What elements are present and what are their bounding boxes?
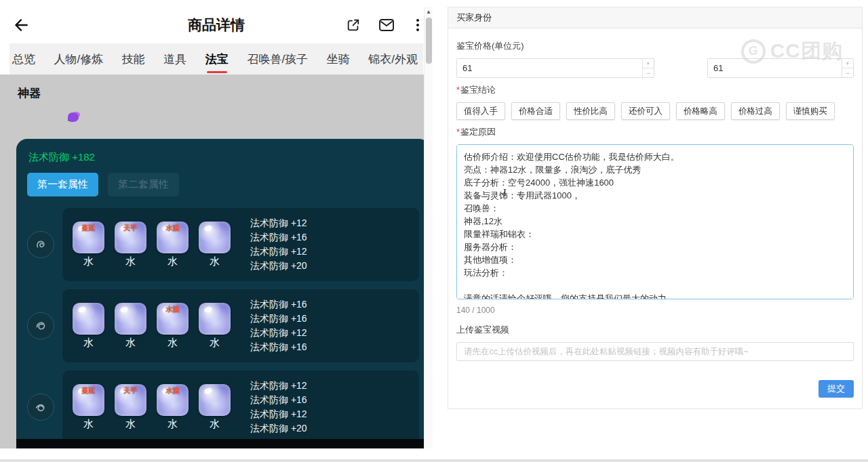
gem-icon: 蔓延 <box>73 384 104 416</box>
gem-row: 蔓延 水 天平 水 水溅 水 <box>27 208 419 281</box>
conclusion-price-fair[interactable]: 价格合适 <box>511 102 560 120</box>
conclusion-bargain-possible[interactable]: 还价可入 <box>621 102 670 120</box>
gem[interactable]: 水 <box>198 303 231 350</box>
conclusion-label: 鉴宝结论 <box>460 85 496 95</box>
gem-element-label: 水 <box>125 337 136 350</box>
conclusion-label-row: *鉴宝结论 <box>456 84 854 96</box>
stat-line: 法术防御 +16 <box>250 230 307 245</box>
screen: 商品详情 总览 人物/修炼 技能 道具 法宝 召唤兽/孩子 <box>0 0 868 462</box>
tab-fabao[interactable]: 法宝 <box>205 51 229 67</box>
back-arrow-icon[interactable] <box>9 14 33 37</box>
appraisal-form: 买家身份 鉴宝价格(单位元) + − + <box>448 7 863 409</box>
tab-attribute-set-1[interactable]: 第一套属性 <box>27 173 98 196</box>
more-options-icon[interactable] <box>412 18 423 33</box>
scrollbar[interactable]: ▲ <box>424 7 433 448</box>
gem-element-label: 水 <box>83 255 94 268</box>
app-header: 商品详情 <box>9 7 423 43</box>
stat-list: 法术防御 +16 法术防御 +16 法术防御 +12 法术防御 +16 <box>250 297 307 354</box>
form-body: 鉴宝价格(单位元) + − + − <box>448 28 862 408</box>
share-icon[interactable] <box>346 18 361 33</box>
stat-line: 法术防御 +12 <box>250 379 307 393</box>
artifact-total-stat: 法术防御 +182 <box>28 151 419 164</box>
submit-button[interactable]: 提交 <box>818 380 854 398</box>
price-input-low-wrap: + − <box>456 58 654 78</box>
gem[interactable]: 水 <box>72 303 105 350</box>
gem-row-card: 水 水 水溅 水 <box>62 289 419 362</box>
gem[interactable]: 蔓延 水 <box>72 384 105 431</box>
conclusion-options: 值得入手 价格合适 性价比高 还价可入 价格略高 价格过高 谨慎购买 <box>456 102 854 120</box>
price-low-spinner: + − <box>642 59 654 77</box>
gem-icon: 水溅 <box>157 222 189 253</box>
tab-summons[interactable]: 召唤兽/孩子 <box>247 51 308 67</box>
page-title: 商品详情 <box>188 16 245 35</box>
reason-textarea[interactable] <box>456 144 854 299</box>
tab-character[interactable]: 人物/修炼 <box>54 51 104 67</box>
gem-list: 蔓延 水 天平 水 水溅 水 <box>72 222 231 268</box>
price-input-low[interactable] <box>457 59 642 77</box>
gem[interactable]: 水 <box>114 303 147 350</box>
gem-tag: 水溅 <box>166 386 180 396</box>
conclusion-slightly-high[interactable]: 价格略高 <box>676 102 725 120</box>
price-input-high[interactable] <box>708 59 842 77</box>
gem-icon <box>115 303 146 335</box>
category-tab-bar: 总览 人物/修炼 技能 道具 法宝 召唤兽/孩子 坐骑 锦衣/外观 <box>9 43 423 75</box>
scroll-up-icon[interactable]: ▲ <box>425 7 433 16</box>
gem-element-label: 水 <box>210 255 220 268</box>
price-label: 鉴宝价格(单位元) <box>456 40 854 52</box>
tab-items[interactable]: 道具 <box>163 51 186 67</box>
price-high-spinner: + − <box>842 59 853 77</box>
spinner-down-icon[interactable]: − <box>643 68 654 77</box>
conclusion-worth-buying[interactable]: 值得入手 <box>456 102 505 120</box>
gem-tag: 蔓延 <box>82 224 96 233</box>
spinner-up-icon[interactable]: + <box>643 59 654 68</box>
spinner-down-icon[interactable]: − <box>842 68 853 77</box>
stat-list: 法术防御 +12 法术防御 +16 法术防御 +12 法术防御 +20 <box>250 379 307 436</box>
gem[interactable]: 水溅 水 <box>156 384 189 431</box>
gem-icon <box>199 303 231 335</box>
submit-row: 提交 <box>456 380 854 398</box>
stat-line: 法术防御 +12 <box>250 216 307 230</box>
gem[interactable]: 水溅 水 <box>156 303 189 350</box>
slot-icon <box>27 394 54 421</box>
product-detail-pane: 商品详情 总览 人物/修炼 技能 道具 法宝 召唤兽/孩子 <box>0 0 433 459</box>
tab-mounts[interactable]: 坐骑 <box>327 51 350 67</box>
gem[interactable]: 天平 水 <box>114 384 147 431</box>
attribute-set-tabs: 第一套属性 第二套属性 <box>27 173 419 196</box>
gem-icon: 天平 <box>115 222 146 253</box>
app-content: 神器 法术防御 +182 第一套属性 第二套属性 <box>0 75 433 448</box>
tab-fashion[interactable]: 锦衣/外观 <box>368 51 418 67</box>
tab-attribute-set-2[interactable]: 第二套属性 <box>108 173 179 196</box>
spinner-up-icon[interactable]: + <box>842 59 853 68</box>
gem-rows: 蔓延 水 天平 水 水溅 水 <box>27 208 419 439</box>
gem[interactable]: 天平 水 <box>114 222 147 268</box>
gem-element-label: 水 <box>125 255 136 268</box>
gem-tag: 蔓延 <box>82 386 96 396</box>
stat-line: 法术防御 +16 <box>250 340 307 354</box>
conclusion-cost-effective[interactable]: 性价比高 <box>566 102 615 120</box>
conclusion-too-high[interactable]: 价格过高 <box>731 102 780 120</box>
char-counter: 140 / 1000 <box>456 306 854 315</box>
gem-row-card: 蔓延 水 天平 水 水溅 水 <box>62 371 419 439</box>
conclusion-buy-cautiously[interactable]: 谨慎购买 <box>786 102 835 120</box>
tab-skills[interactable]: 技能 <box>122 51 145 67</box>
app-top: 商品详情 总览 人物/修炼 技能 道具 法宝 召唤兽/孩子 <box>0 0 433 75</box>
gem[interactable]: 水 <box>198 384 231 431</box>
gem-list: 水 水 水溅 水 <box>72 303 231 350</box>
gem-icon <box>199 222 231 253</box>
stat-line: 法术防御 +12 <box>250 326 307 340</box>
reason-label: 鉴定原因 <box>460 127 496 137</box>
message-icon[interactable] <box>378 18 395 33</box>
stat-line: 法术防御 +20 <box>250 421 307 436</box>
gem[interactable]: 水 <box>198 222 231 268</box>
gem-element-label: 水 <box>210 337 220 350</box>
tab-overview[interactable]: 总览 <box>12 51 35 67</box>
required-mark: * <box>456 127 460 137</box>
stat-line: 法术防御 +16 <box>250 393 307 407</box>
price-row: + − + − <box>456 58 854 78</box>
gem-icon: 水溅 <box>157 303 189 335</box>
gem-icon: 水溅 <box>157 384 189 416</box>
gem[interactable]: 蔓延 水 <box>72 222 105 268</box>
video-link-input[interactable] <box>456 342 854 361</box>
scrollbar-thumb[interactable] <box>426 18 432 64</box>
gem[interactable]: 水溅 水 <box>156 222 189 268</box>
